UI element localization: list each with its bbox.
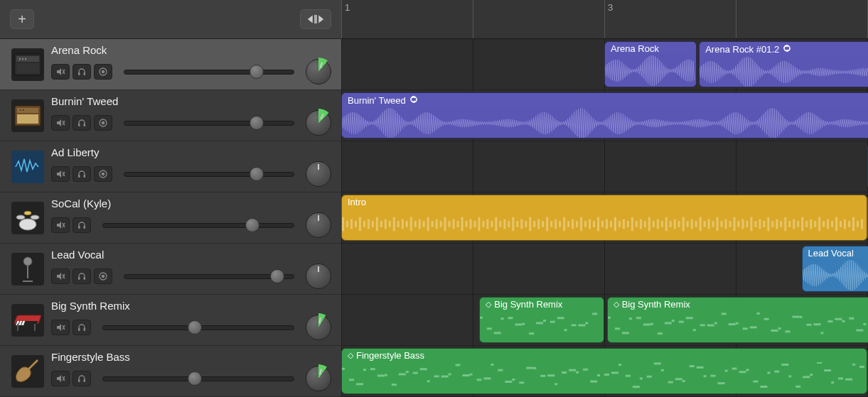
svg-rect-432	[427, 380, 430, 382]
svg-rect-57	[385, 219, 387, 229]
svg-rect-473	[718, 382, 725, 384]
svg-rect-63	[410, 217, 412, 232]
svg-rect-434	[441, 376, 449, 378]
svg-rect-439	[476, 379, 481, 381]
pan-knob[interactable]	[306, 110, 331, 136]
svg-rect-335	[785, 330, 790, 332]
svg-rect-328	[735, 322, 738, 325]
solo-button[interactable]	[73, 64, 91, 80]
svg-rect-479	[760, 386, 767, 388]
svg-rect-32	[78, 277, 80, 280]
volume-slider[interactable]	[124, 167, 294, 181]
timeline-row[interactable]: Burnin' Tweed	[341, 90, 868, 141]
region[interactable]: Intro	[341, 195, 867, 241]
timeline-row[interactable]: IntroCoro	[341, 192, 868, 244]
region-header: ◇Big Synth Remix	[608, 298, 868, 311]
volume-slider[interactable]	[102, 218, 294, 232]
ruler[interactable]: 1357	[341, 0, 868, 39]
region[interactable]: Arena Rock #01.2	[699, 41, 868, 87]
svg-rect-133	[708, 219, 710, 229]
track-header[interactable]: Lead Vocal	[0, 244, 341, 295]
region[interactable]: Burnin' Tweed	[341, 92, 868, 138]
region-header: Intro	[342, 195, 867, 209]
svg-rect-97	[554, 219, 557, 229]
timeline-row[interactable]: Arena RockArena Rock #01.2	[341, 39, 868, 90]
svg-rect-313	[629, 317, 632, 320]
region[interactable]: ◇Big Synth Remix	[479, 297, 604, 343]
svg-rect-85	[503, 219, 505, 229]
track-header[interactable]: Arena Rock	[0, 39, 341, 90]
svg-rect-152	[788, 221, 791, 227]
volume-slider[interactable]	[124, 65, 294, 79]
region[interactable]: ◇Fingerstyle Bass	[341, 348, 867, 394]
svg-rect-161	[827, 219, 829, 229]
svg-rect-86	[508, 221, 510, 227]
svg-rect-336	[792, 316, 799, 318]
timeline-row[interactable]: ◇Big Synth Remix◇Big Synth Remix	[341, 295, 868, 346]
pan-knob[interactable]	[306, 366, 331, 391]
add-track-button[interactable]: +	[10, 9, 34, 29]
solo-button[interactable]	[73, 217, 91, 233]
svg-rect-492	[852, 364, 855, 366]
svg-rect-427	[392, 384, 397, 386]
mute-button[interactable]	[51, 166, 70, 182]
record-enable-button[interactable]	[94, 64, 112, 80]
track-header[interactable]: Ad Liberty	[0, 141, 341, 192]
svg-rect-119	[648, 217, 650, 232]
pan-knob[interactable]	[306, 59, 331, 85]
svg-rect-429	[406, 371, 409, 373]
svg-rect-450	[554, 383, 557, 385]
timeline-row[interactable]: ◇Fingerstyle Bass◇Fingerstyle Bass	[341, 346, 868, 397]
record-enable-button[interactable]	[94, 268, 112, 284]
svg-rect-6	[78, 72, 80, 75]
svg-rect-108	[601, 221, 604, 227]
horizontal-zoom-button[interactable]	[300, 9, 331, 29]
svg-rect-465	[661, 369, 664, 371]
pan-knob[interactable]	[306, 263, 331, 289]
track-header[interactable]: Big Synth Remix	[0, 295, 341, 346]
mute-button[interactable]	[51, 268, 70, 284]
pan-knob[interactable]	[306, 161, 331, 187]
svg-rect-163	[835, 217, 837, 232]
region[interactable]: ◇Big Synth Remix	[607, 297, 868, 343]
svg-rect-433	[434, 375, 439, 377]
record-enable-button[interactable]	[94, 166, 112, 182]
solo-button[interactable]	[73, 115, 91, 131]
track-header[interactable]: Fingerstyle Bass	[0, 346, 341, 397]
volume-slider[interactable]	[124, 116, 294, 130]
timeline-row[interactable]: 3Ad Liberty: Toma 3 (3 tomas)	[341, 141, 868, 192]
mute-button[interactable]	[51, 115, 70, 131]
pan-knob[interactable]	[306, 212, 331, 238]
volume-slider[interactable]	[102, 320, 294, 335]
timeline-row[interactable]: Lead VocalLead	[341, 244, 868, 295]
region[interactable]: Arena Rock	[604, 41, 697, 87]
mute-button[interactable]	[51, 64, 70, 80]
svg-rect-317	[658, 332, 663, 335]
track-header[interactable]: SoCal (Kyle)	[0, 192, 341, 244]
svg-rect-341	[827, 320, 832, 322]
volume-slider[interactable]	[102, 371, 294, 386]
track-header[interactable]: Burnin' Tweed	[0, 90, 341, 141]
mute-button[interactable]	[51, 371, 70, 386]
track-name: Ad Liberty	[51, 146, 331, 158]
track-icon	[11, 355, 44, 388]
svg-rect-60	[397, 221, 400, 227]
svg-point-30	[23, 257, 32, 266]
svg-rect-47	[342, 217, 344, 232]
solo-button[interactable]	[73, 320, 91, 335]
record-enable-button[interactable]	[94, 115, 112, 131]
svg-rect-488	[824, 369, 831, 371]
mute-button[interactable]	[51, 320, 70, 335]
svg-rect-437	[463, 374, 470, 376]
mute-button[interactable]	[51, 217, 70, 233]
volume-slider[interactable]	[124, 269, 294, 283]
solo-button[interactable]	[73, 268, 91, 284]
region[interactable]: Lead Vocal	[802, 246, 869, 292]
timeline[interactable]: 1357 Arena RockArena Rock #01.2Burnin' T…	[341, 0, 868, 397]
svg-point-14	[23, 109, 24, 111]
track-icon	[11, 202, 44, 234]
solo-button[interactable]	[73, 371, 91, 386]
pan-knob[interactable]	[306, 315, 331, 340]
svg-rect-474	[725, 370, 728, 372]
solo-button[interactable]	[73, 166, 91, 182]
